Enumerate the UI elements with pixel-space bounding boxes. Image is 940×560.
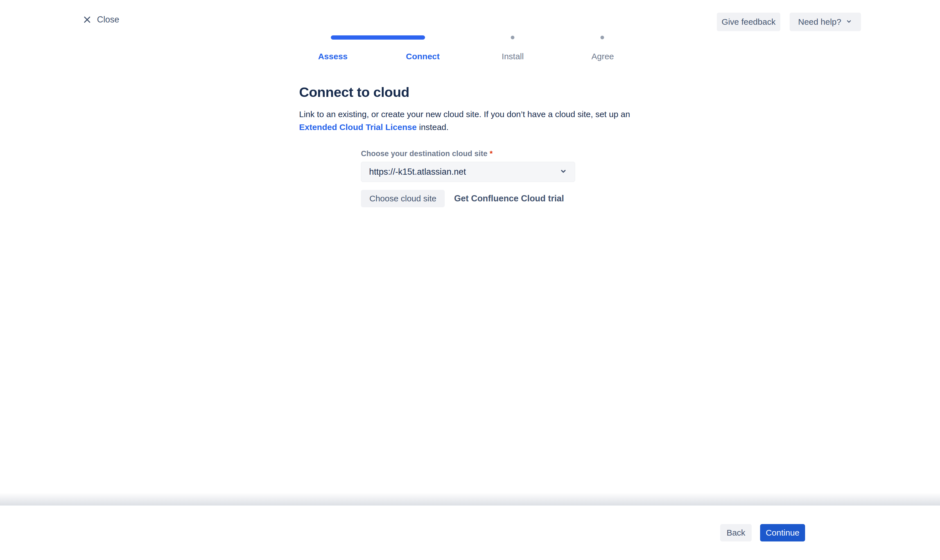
intro-text-line1: Link to an existing, or create your new … [299,109,630,119]
progress-tracker: Assess Connect Install Agree [0,0,940,65]
wizard-footer: Back Continue [0,506,940,560]
required-asterisk: * [490,149,493,158]
step-assess-label: Assess [288,52,378,61]
get-confluence-cloud-trial-label: Get Confluence Cloud trial [454,194,564,203]
choose-cloud-site-label: Choose cloud site [369,194,436,203]
continue-button-label: Continue [766,528,800,537]
cloud-site-actions: Choose cloud site Get Confluence Cloud t… [361,190,565,207]
migration-wizard-page: Close Give feedback Need help? Assess Co… [0,0,940,560]
cloud-site-field-label: Choose your destination cloud site* [361,149,493,158]
continue-button[interactable]: Continue [760,524,805,542]
intro-text-after-link: instead. [417,122,448,132]
step-agree-dot [600,36,604,39]
footer-top-shadow [0,492,940,506]
choose-cloud-site-button[interactable]: Choose cloud site [361,190,445,207]
get-confluence-cloud-trial-button[interactable]: Get Confluence Cloud trial [454,194,565,204]
chevron-down-icon [559,167,575,177]
page-title: Connect to cloud [299,84,409,100]
back-button[interactable]: Back [720,524,752,542]
intro-text: Link to an existing, or create your new … [299,108,630,134]
cloud-site-select[interactable]: https://-k15t.atlassian.net [361,162,575,182]
extended-cloud-trial-link[interactable]: Extended Cloud Trial License [299,122,417,132]
step-install-dot [511,36,514,39]
progress-bar-completed [331,35,425,40]
cloud-site-select-value: https://-k15t.atlassian.net [369,167,559,177]
step-agree-label: Agree [558,52,648,61]
cloud-site-field-label-text: Choose your destination cloud site [361,149,488,158]
step-install-label: Install [468,52,558,61]
step-connect-label: Connect [378,52,468,61]
back-button-label: Back [727,528,746,537]
